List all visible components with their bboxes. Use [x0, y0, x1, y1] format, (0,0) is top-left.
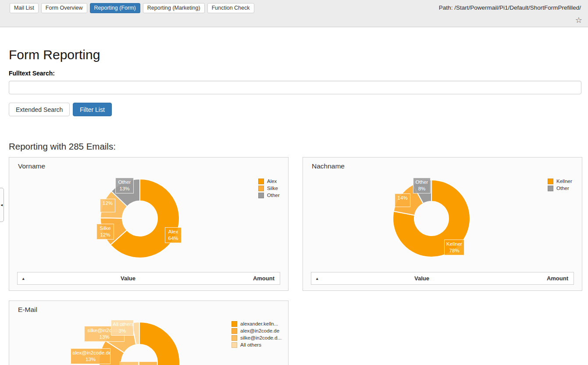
reporting-heading: Reporting with 285 Emails:: [9, 141, 116, 152]
legend-item[interactable]: Other: [548, 185, 572, 192]
legend-item[interactable]: All others: [232, 341, 282, 348]
slice-label: 14%: [395, 193, 410, 207]
legend-label: All others: [240, 342, 261, 347]
collapse-arrow-icon: ◂: [0, 203, 3, 207]
slice-label: Silke12%: [96, 224, 114, 240]
tab-form-overview[interactable]: Form Overview: [41, 3, 87, 13]
chart-panel-email: E-Mail ▴ Value Amount silke@in2code.13%A…: [9, 301, 289, 365]
slice-label: Alex64%: [165, 227, 182, 243]
legend-label: alexander.kelln...: [240, 321, 278, 326]
legend-label: Kellner: [556, 179, 572, 184]
donut-chart: [9, 157, 289, 291]
tab-reporting-form-[interactable]: Reporting (Form): [90, 3, 140, 13]
legend-swatch: [548, 179, 553, 184]
chart-legend: KellnerOther: [548, 178, 572, 192]
legend-label: Alex: [267, 179, 277, 184]
tab-reporting-marketing-[interactable]: Reporting (Marketing): [143, 3, 205, 13]
column-header-amount[interactable]: Amount: [223, 275, 280, 282]
legend-swatch: [258, 193, 264, 198]
legend-item[interactable]: Silke: [258, 185, 280, 192]
slice-label: [120, 361, 139, 365]
legend-swatch: [232, 321, 237, 327]
page-title: Form Reporting: [9, 47, 100, 62]
nav-collapse-handle[interactable]: ◂: [0, 188, 4, 222]
slice-label: alex@in2code.de13%: [71, 348, 110, 364]
legend-label: Other: [556, 186, 569, 191]
sort-ascending-icon[interactable]: ▴: [311, 276, 327, 281]
chart-panel-vorname: Vorname ▴ Value Amount Other13%12%Silke1…: [9, 157, 289, 291]
breadcrumb-path: Path: /Start/Powermail/Pi1/Default/Short…: [439, 4, 581, 11]
slice-label: 12%: [100, 199, 115, 212]
legend-item[interactable]: Kellner: [548, 178, 572, 185]
chart-title: E-Mail: [18, 306, 37, 314]
legend-item[interactable]: alexander.kelln...: [232, 320, 282, 327]
slice-label: All others3%: [111, 320, 134, 336]
column-header-amount[interactable]: Amount: [517, 275, 574, 282]
legend-item[interactable]: silke@in2code.d...: [232, 334, 282, 341]
column-header-value[interactable]: Value: [327, 275, 517, 282]
legend-swatch: [232, 328, 237, 334]
donut-chart: [303, 157, 583, 291]
bookmark-star-icon[interactable]: ☆: [575, 16, 582, 25]
legend-item[interactable]: Other: [258, 192, 280, 199]
legend-swatch: [548, 186, 553, 191]
legend-label: Other: [267, 193, 280, 198]
legend-item[interactable]: Alex: [258, 178, 280, 185]
chart-legend: alexander.kelln...alex@in2code.desilke@i…: [232, 320, 282, 348]
column-header-value[interactable]: Value: [33, 275, 223, 282]
legend-item[interactable]: alex@in2code.de: [232, 327, 282, 334]
slice-label: [139, 361, 157, 365]
chart-title: Nachname: [312, 162, 345, 170]
sort-ascending-icon[interactable]: ▴: [18, 276, 33, 281]
extended-search-button[interactable]: Extended Search: [9, 103, 70, 116]
doc-tabs: Mail ListForm OverviewReporting (Form)Re…: [10, 3, 254, 13]
chart-panel-nachname: Nachname ▴ Value Amount Other8%14%Kellne…: [303, 157, 582, 291]
legend-swatch: [258, 186, 264, 191]
fulltext-search-input[interactable]: [9, 81, 581, 94]
chart-legend: AlexSilkeOther: [258, 178, 280, 199]
legend-swatch: [232, 335, 237, 341]
legend-label: alex@in2code.de: [240, 328, 279, 333]
legend-swatch: [232, 342, 237, 348]
tab-function-check[interactable]: Function Check: [207, 3, 254, 13]
slice-label: Kellner78%: [444, 240, 464, 255]
fulltext-search-label: Fulltext Search:: [9, 70, 55, 77]
legend-label: silke@in2code.d...: [240, 335, 282, 340]
filter-list-button[interactable]: Filter List: [73, 103, 112, 116]
doc-header: Mail ListForm OverviewReporting (Form)Re…: [0, 0, 588, 27]
chart-table-header: ▴ Value Amount: [17, 272, 280, 285]
chart-table-header: ▴ Value Amount: [311, 272, 574, 285]
tab-mail-list[interactable]: Mail List: [10, 3, 39, 13]
chart-title: Vorname: [18, 162, 45, 170]
legend-swatch: [258, 179, 264, 184]
legend-label: Silke: [267, 186, 278, 191]
slice-label: Other13%: [115, 178, 134, 193]
slice-label: Other8%: [413, 178, 431, 193]
